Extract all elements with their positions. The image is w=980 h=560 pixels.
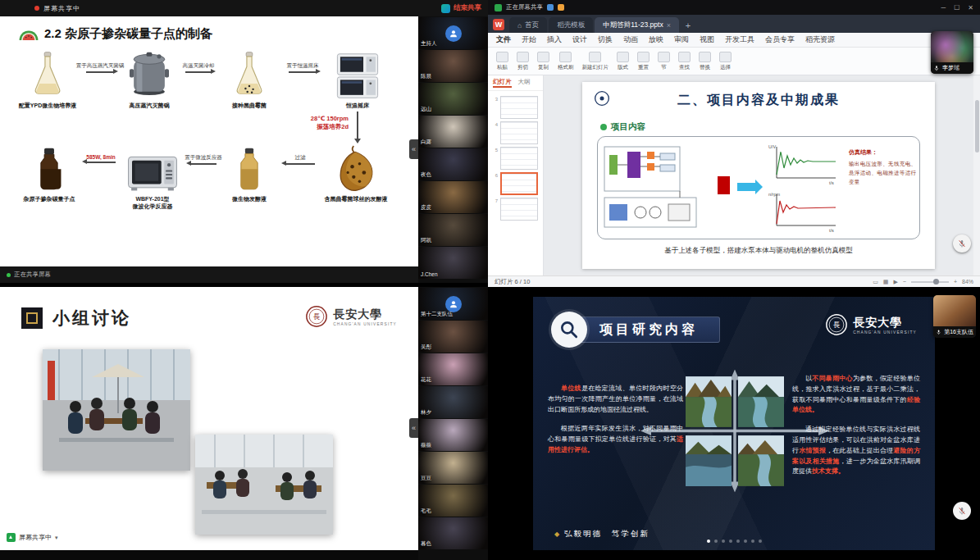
ribbon-button[interactable]: 重置 [637,52,650,71]
slide-thumbnail[interactable]: 4 [491,121,540,144]
slide-thumbnail[interactable]: 3 [491,96,540,119]
tab-templates[interactable]: 稻壳模板 [549,17,593,33]
participant-tile[interactable]: 陈晨 [418,50,488,82]
pagination-dot[interactable] [759,540,762,543]
right-arrow-icon [86,71,114,73]
ribbon-tab[interactable]: 切换 [598,34,613,45]
presentation-slide: 二、项目内容及中期成果 项目内容 [582,82,935,269]
ribbon-tab[interactable]: 插入 [547,34,562,45]
ribbon-button[interactable]: 复制 [537,52,549,71]
participant-tile[interactable]: J.Chen [418,247,488,279]
ribbon-button[interactable]: 替换 [699,52,711,71]
mute-button[interactable] [953,502,971,520]
ribbon-tab[interactable]: 稻壳资源 [805,34,835,45]
canvas-scrollbar[interactable] [973,75,980,275]
zoom-out-button[interactable]: − [903,279,906,285]
pagination-dot[interactable] [751,540,754,543]
ribbon-tab[interactable]: 会员专享 [765,34,795,45]
bullet-label: 项目内容 [611,121,645,133]
ribbon-button[interactable]: 格式刷 [558,52,574,71]
slide-thumbnail-preview [500,147,538,170]
zoom-slider[interactable] [911,281,949,283]
participant-tile[interactable]: 主持人 [418,17,488,49]
equipment-label: 杂原子掺杂碳量子点 [24,195,75,203]
paragraph-segment: 不同暴雨中心 [812,375,853,382]
meeting-window-quantum-dots: 屏幕共享中 结束共享 2.2 杂原子掺杂碳量子点的制备 [0,0,488,283]
pagination-dot[interactable] [714,540,718,543]
pagination-dot[interactable] [722,540,725,543]
meeting-toolbar-icon[interactable] [547,4,554,11]
ribbon-tab[interactable]: 审阅 [674,34,689,45]
sidebar-collapse-button[interactable]: « [409,418,418,438]
ribbon-button[interactable]: 选择 [719,52,732,71]
panel-tab-outline[interactable]: 大纲 [518,78,531,88]
participant-tile[interactable]: 第十二支队伍 [418,288,488,320]
ribbon-button[interactable]: 版式 [617,52,629,71]
slide-thumbnail[interactable]: 7 [491,198,540,221]
window-minimize-button[interactable]: ─ [941,4,946,11]
ribbon-tab[interactable]: 设计 [572,34,587,45]
participant-tile[interactable]: 豆豆 [418,452,488,484]
slide-thumbnail[interactable]: 6 [491,172,540,195]
participant-tile[interactable]: 暮色 [418,517,488,549]
ribbon-tab[interactable]: 放映 [649,34,663,45]
new-tab-button[interactable]: + [681,17,695,33]
ribbon-button[interactable]: 新建幻灯片 [582,52,609,71]
ribbon-button[interactable]: 查找 [678,52,691,71]
ribbon-button[interactable]: 粘贴 [496,52,508,71]
participant-tile[interactable]: 白露 [418,116,488,148]
slide-thumbnail[interactable]: 5 [491,147,540,170]
sharing-dot-icon [7,273,11,277]
svg-text:長: 長 [313,312,321,321]
meeting-toolbar-icon[interactable] [558,4,564,11]
slideshow-button[interactable]: ▶ [893,279,897,285]
meeting-window-research-content: 项目研究内容 長 長安大學 CHANG'AN UNIVERSITY 单位线是在给… [488,287,980,560]
university-name-cn: 長安大學 [853,316,917,330]
window-maximize-button[interactable]: ☐ [954,4,959,11]
magnifier-badge [551,312,587,348]
participant-tile[interactable]: 夜色 [418,148,488,180]
ribbon-tab[interactable]: 视图 [700,34,714,45]
participant-tile[interactable]: 花花 [418,353,488,385]
zoom-in-button[interactable]: + [954,279,957,285]
participant-tile[interactable]: 皮皮 [418,181,488,213]
meeting-app-icon [441,4,450,13]
pagination-dot[interactable] [744,540,747,543]
window-close-button[interactable]: ✕ [968,4,973,11]
caret-down-icon[interactable]: ▾ [55,535,58,541]
end-share-button[interactable]: 结束共享 [454,3,481,13]
share-status-text: 屏幕共享中 [43,4,80,13]
group-photo-2 [195,435,333,535]
sorter-view-button[interactable]: ▦ [883,279,889,285]
participant-tile[interactable]: 远山 [418,83,488,115]
screen-share-indicator[interactable]: 屏幕共享中 ▾ [7,533,58,542]
ribbon-tab[interactable]: 开始 [522,34,536,45]
participant-tile[interactable]: 薇薇 [418,419,488,451]
ribbon-tab[interactable]: 开发工具 [725,34,754,45]
participant-tile[interactable]: 毛毛 [418,485,488,517]
group-photo-1 [43,349,190,471]
participant-tile[interactable]: 阿凯 [418,214,488,246]
panel-tab-slides[interactable]: 幻灯片 [493,78,512,88]
participant-tile[interactable]: 林夕 [418,386,488,418]
ribbon-button[interactable]: 剪切 [517,52,529,71]
tab-home[interactable]: ⌂ 首页 [509,17,547,33]
ribbon-tab[interactable]: 动画 [623,34,638,45]
equipment-ypd-flask: 配置YPD微生物培养液 [10,51,85,109]
shared-slide-research: 项目研究内容 長 長安大學 CHANG'AN UNIVERSITY 单位线是在给… [533,297,935,550]
ribbon-button-label: 新建幻灯片 [582,64,609,71]
ribbon-button[interactable]: 节 [658,52,670,71]
tab-current-document[interactable]: 中期答辩11-23.pptx × [595,17,679,33]
equipment-microwave-reactor: WBFY-201型 微波化学反应器 [115,153,190,210]
pagination-dot[interactable] [707,540,710,543]
close-tab-icon[interactable]: × [667,21,671,30]
pagination-dot[interactable] [736,540,740,543]
file-menu[interactable]: 文件 [496,34,511,45]
normal-view-button[interactable]: ▭ [873,279,878,285]
mute-button[interactable] [953,234,971,253]
pagination-dot[interactable] [729,540,732,543]
participant-camera-overlay[interactable]: 李梦瑶 [931,31,973,74]
participant-camera-overlay[interactable]: 第16支队伍 [933,295,976,338]
sidebar-collapse-button[interactable]: « [409,139,418,159]
participant-tile[interactable]: 吴彤 [418,321,488,353]
